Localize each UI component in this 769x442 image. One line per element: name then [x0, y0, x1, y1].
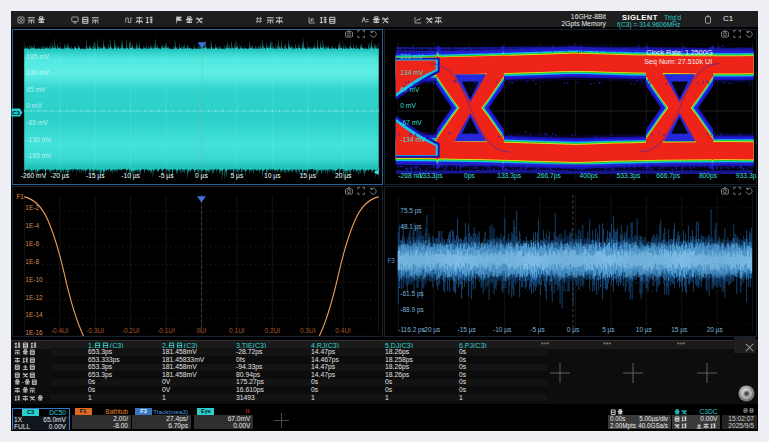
svg-text:0 mV: 0 mV	[26, 102, 42, 109]
svg-text:-5 µs: -5 µs	[158, 172, 174, 180]
svg-text:C3: C3	[12, 110, 20, 116]
svg-text:-0.2UI: -0.2UI	[122, 327, 140, 334]
svg-text:48.1 ps: 48.1 ps	[400, 223, 422, 231]
svg-text:5 µs: 5 µs	[602, 326, 615, 334]
svg-text:-0.3UI: -0.3UI	[86, 327, 104, 334]
svg-text:20 µs: 20 µs	[335, 172, 352, 180]
svg-text:-10 µs: -10 µs	[121, 172, 140, 180]
svg-text:-0.1UI: -0.1UI	[157, 327, 175, 334]
svg-text:F3: F3	[387, 257, 395, 264]
svg-text:1E-14: 1E-14	[25, 311, 43, 318]
svg-text:10 µs: 10 µs	[636, 326, 653, 334]
svg-text:1E-10: 1E-10	[25, 276, 43, 283]
svg-text:1E-6: 1E-6	[25, 240, 39, 247]
svg-text:0.2UI: 0.2UI	[265, 327, 281, 334]
svg-text:134 mV: 134 mV	[400, 69, 424, 76]
svg-text:-195 mV: -195 mV	[26, 152, 52, 159]
svg-text:666.7ps: 666.7ps	[656, 172, 681, 180]
svg-text:-134 mV: -134 mV	[400, 136, 426, 143]
svg-text:400ps: 400ps	[580, 172, 599, 180]
svg-text:266.7ps: 266.7ps	[537, 172, 562, 180]
svg-text:-15 µs: -15 µs	[86, 172, 105, 180]
svg-text:-20 µs: -20 µs	[422, 326, 441, 334]
svg-text:67 mV: 67 mV	[400, 86, 420, 93]
svg-text:65 mV: 65 mV	[26, 86, 46, 93]
svg-text:-133.3ps: -133.3ps	[416, 172, 443, 180]
svg-text:-20 µs: -20 µs	[50, 172, 69, 180]
svg-text:-88.9 ps: -88.9 ps	[400, 306, 424, 314]
svg-text:0.3UI: 0.3UI	[300, 327, 316, 334]
svg-text:0.4UI: 0.4UI	[335, 327, 351, 334]
svg-text:0 mV: 0 mV	[400, 102, 416, 109]
svg-text:-15 µs: -15 µs	[458, 326, 477, 334]
svg-text:533.3ps: 533.3ps	[617, 172, 642, 180]
svg-text:-61.5 ps: -61.5 ps	[400, 290, 424, 298]
svg-text:1E-8: 1E-8	[25, 258, 39, 265]
svg-text:5 µs: 5 µs	[230, 172, 243, 180]
svg-text:-0.4UI: -0.4UI	[51, 327, 69, 334]
svg-text:1E-16: 1E-16	[25, 329, 43, 336]
svg-text:-5 µs: -5 µs	[530, 326, 545, 334]
svg-text:-10 µs: -10 µs	[493, 326, 512, 334]
svg-text:130 mV: 130 mV	[26, 69, 50, 76]
svg-text:201 mV: 201 mV	[400, 53, 424, 60]
svg-text:0.1UI: 0.1UI	[229, 327, 245, 334]
svg-text:800ps: 800ps	[699, 172, 718, 180]
svg-text:75.5 ps: 75.5 ps	[400, 207, 422, 215]
svg-text:F1: F1	[16, 193, 24, 200]
svg-text:15 µs: 15 µs	[671, 326, 688, 334]
svg-text:1E-12: 1E-12	[25, 294, 43, 301]
svg-text:195 mV: 195 mV	[26, 53, 50, 60]
svg-text:Seq Num: 27.510k UI: Seq Num: 27.510k UI	[644, 58, 712, 66]
svg-text:1E-4: 1E-4	[25, 222, 39, 229]
svg-text:-67 mV: -67 mV	[400, 119, 422, 126]
svg-text:-130 mV: -130 mV	[26, 136, 52, 143]
svg-text:0UI: 0UI	[196, 327, 206, 334]
svg-text:10 µs: 10 µs	[264, 172, 281, 180]
svg-text:-65 mV: -65 mV	[26, 119, 48, 126]
svg-text:Clock Rate: 1.2500G: Clock Rate: 1.2500G	[646, 49, 712, 57]
svg-text:0 µs: 0 µs	[567, 326, 580, 334]
svg-text:15 µs: 15 µs	[299, 172, 316, 180]
svg-text:933.3ps: 933.3ps	[736, 172, 757, 180]
svg-text:-260 mV: -260 mV	[21, 172, 47, 179]
svg-text:133.3ps: 133.3ps	[497, 172, 522, 180]
svg-text:20 µs: 20 µs	[707, 326, 724, 334]
svg-text:0ps: 0ps	[464, 172, 475, 180]
svg-text:1E-2: 1E-2	[25, 204, 39, 211]
